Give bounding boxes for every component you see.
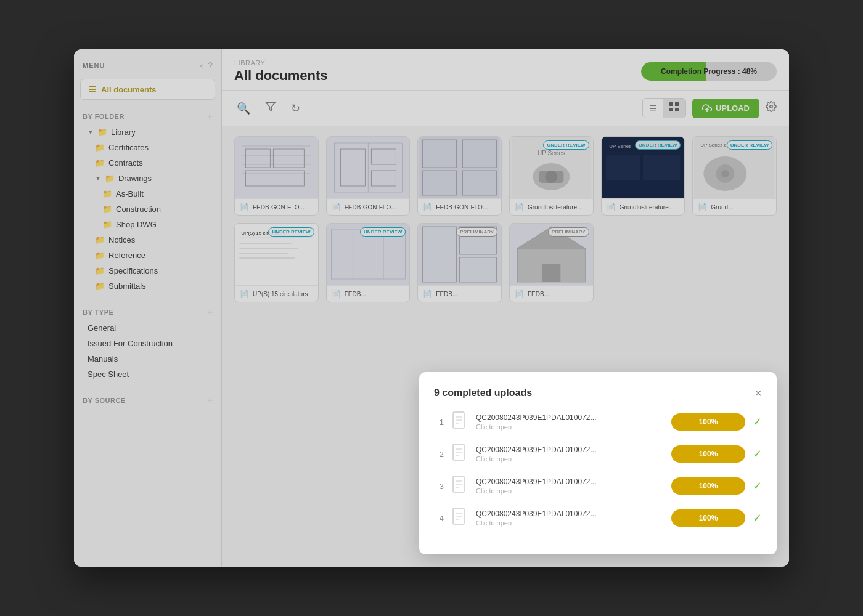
doc-card-3[interactable]: 📄 FEDB-GON-FLO... [417, 136, 502, 216]
sidebar-item-shop-dwg[interactable]: 📁 Shop DWG [74, 217, 221, 232]
sidebar-item-reference[interactable]: 📁 Reference [74, 248, 221, 263]
sidebar-item-general[interactable]: General [74, 320, 221, 336]
arrow-down-icon: ▼ [88, 129, 94, 136]
pdf-icon-7: 📄 [240, 290, 249, 298]
sidebar-item-manuals[interactable]: Manuals [74, 351, 221, 367]
progress-bar-container: Completion Progress : 48% [641, 62, 777, 81]
settings-icon[interactable] [766, 101, 777, 115]
doc-thumb-7: UNDER REVIEW UP(S) 15 circulators [235, 224, 318, 285]
doc-footer-3: 📄 FEDB-GON-FLO... [418, 198, 501, 215]
view-grid-button[interactable] [663, 99, 685, 118]
upload-name-4[interactable]: QC20080243P039E1PDAL010072... [476, 509, 664, 518]
pdf-icon-6: 📄 [698, 203, 707, 211]
reference-label: Reference [108, 251, 145, 260]
doc-footer-4: 📄 Grundfosliterature... [510, 198, 593, 215]
filter-icon[interactable] [263, 99, 279, 118]
sidebar-item-contracts[interactable]: 📁 Contracts [74, 155, 221, 171]
doc-card-10[interactable]: PRELIMINARY 📄 FEDB... [509, 223, 594, 302]
sidebar-item-issued-for-construction[interactable]: Issued For Construction [74, 336, 221, 351]
by-type-label: BY TYPE [83, 309, 113, 316]
doc-card-8[interactable]: UNDER REVIEW 📄 FEDB... [326, 223, 411, 302]
sidebar-item-construction[interactable]: 📁 Construction [74, 201, 221, 217]
doc-thumb-5: UNDER REVIEW UP Series [602, 137, 685, 198]
upload-button[interactable]: UPLOAD [692, 99, 759, 118]
upload-name-2[interactable]: QC20080243P039E1PDAL010072... [476, 445, 664, 454]
type-add-icon[interactable]: + [207, 307, 213, 318]
upload-name-3[interactable]: QC20080243P039E1PDAL010072... [476, 477, 664, 486]
upload-item-1: 1 QC20080243P039E1PDAL010072... Clic to … [434, 411, 762, 432]
upload-item-4: 4 QC20080243P039E1PDAL010072... Clic to … [434, 508, 762, 529]
doc-thumb-1 [235, 137, 318, 198]
menu-label: MENU [83, 62, 105, 69]
sidebar-item-spec-sheet[interactable]: Spec Sheet [74, 367, 221, 382]
doc-card-1[interactable]: 📄 FEDB-GON-FLO... [234, 136, 319, 216]
notices-label: Notices [108, 235, 135, 245]
file-icon-4 [451, 508, 468, 529]
upload-sub-3[interactable]: Clic to open [476, 487, 664, 495]
modal-close-button[interactable]: × [755, 387, 762, 399]
all-documents-button[interactable]: ☰ All documents [80, 79, 215, 100]
by-folder-section: BY FOLDER + [74, 106, 221, 124]
doc-card-2[interactable]: 📄 FEDB-GON-FLO... [326, 136, 411, 216]
collapse-icon[interactable]: ‹ [200, 60, 203, 70]
folder-icon: 📁 [95, 251, 105, 260]
sidebar-item-submittals[interactable]: 📁 Submittals [74, 278, 221, 294]
certificates-label: Certificates [108, 143, 149, 152]
doc-thumb-2 [327, 137, 410, 198]
folder-add-icon[interactable]: + [207, 111, 213, 122]
drawings-label: Drawings [118, 174, 152, 183]
upload-progress-2: 100% [671, 445, 745, 463]
doc-name-1: FEDB-GON-FLO... [253, 204, 313, 211]
svg-rect-35 [643, 155, 680, 180]
upload-modal: 9 completed uploads × 1 QC20080243P039E1… [419, 372, 777, 554]
pdf-icon-4: 📄 [515, 203, 524, 211]
view-toggle: ☰ [642, 98, 686, 118]
doc-card-9[interactable]: PRELIMINARY 📄 FEDB... [417, 223, 502, 302]
file-icon-2 [451, 444, 468, 464]
svg-point-30 [545, 171, 557, 183]
help-icon[interactable]: ? [208, 60, 213, 70]
sidebar-item-as-built[interactable]: 📁 As-Built [74, 186, 221, 201]
svg-text:UP Series: UP Series [609, 144, 631, 149]
upload-item-3: 3 QC20080243P039E1PDAL010072... Clic to … [434, 476, 762, 496]
sidebar-item-library[interactable]: ▼ 📁 Library [74, 124, 221, 140]
by-source-section: BY SOURCE + [74, 390, 221, 408]
doc-name-3: FEDB-GON-FLO... [436, 204, 496, 211]
svg-rect-3 [669, 108, 673, 111]
doc-footer-8: 📄 FEDB... [327, 285, 410, 302]
doc-footer-5: 📄 Grundfosliterature... [602, 198, 685, 215]
folder-icon: 📁 [95, 282, 105, 291]
upload-num-4: 4 [434, 514, 444, 523]
upload-name-1[interactable]: QC20080243P039E1PDAL010072... [476, 413, 664, 422]
general-label: General [88, 323, 116, 333]
upload-info-4: QC20080243P039E1PDAL010072... Clic to op… [476, 509, 664, 527]
upload-progress-4: 100% [671, 509, 745, 527]
svg-point-6 [770, 105, 773, 108]
upload-label: UPLOAD [716, 103, 750, 113]
doc-card-4[interactable]: UNDER REVIEW UP Series 📄 Grundfosliterat… [509, 136, 594, 216]
doc-name-5: Grundfosliterature... [620, 204, 680, 211]
doc-thumb-9: PRELIMINARY [418, 224, 501, 285]
source-add-icon[interactable]: + [207, 395, 213, 406]
sidebar-item-certificates[interactable]: 📁 Certificates [74, 140, 221, 155]
search-icon[interactable]: 🔍 [234, 99, 253, 118]
view-list-button[interactable]: ☰ [643, 99, 663, 118]
as-built-label: As-Built [116, 189, 144, 198]
file-icon-3 [451, 476, 468, 496]
sidebar-item-drawings[interactable]: ▼ 📁 Drawings [74, 171, 221, 186]
sidebar-item-notices[interactable]: 📁 Notices [74, 232, 221, 248]
pdf-icon-3: 📄 [423, 203, 432, 211]
doc-card-6[interactable]: UNDER REVIEW UP Series circulators 📄 Gru… [692, 136, 777, 216]
upload-sub-2[interactable]: Clic to open [476, 455, 664, 463]
doc-card-5[interactable]: UNDER REVIEW UP Series 📄 Grundfosliterat… [601, 136, 685, 216]
doc-card-7[interactable]: UNDER REVIEW UP(S) 15 circulators 📄 UP(S… [234, 223, 319, 302]
doc-name-6: Grund... [711, 204, 771, 211]
pdf-icon-8: 📄 [332, 290, 341, 298]
upload-info-3: QC20080243P039E1PDAL010072... Clic to op… [476, 477, 664, 495]
sidebar-item-specifications[interactable]: 📁 Specifications [74, 263, 221, 278]
svg-rect-59 [542, 264, 560, 282]
upload-sub-1[interactable]: Clic to open [476, 423, 664, 431]
upload-sub-4[interactable]: Clic to open [476, 519, 664, 527]
refresh-icon[interactable]: ↻ [288, 99, 303, 118]
pdf-icon-2: 📄 [332, 203, 341, 211]
